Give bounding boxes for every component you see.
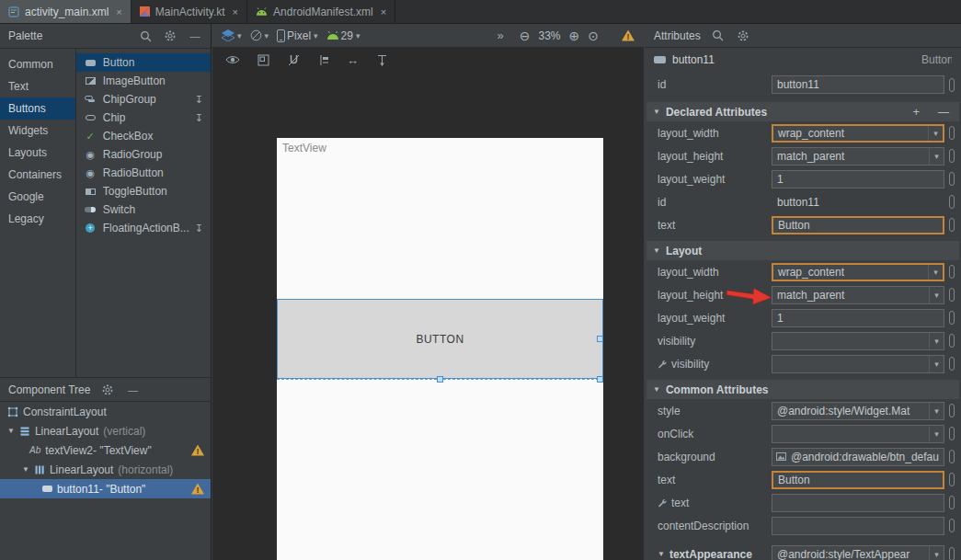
add-attribute-icon[interactable]: + [912,105,920,119]
attr-flag-toggle[interactable] [949,334,955,348]
visibility-dropdown[interactable] [772,332,944,350]
zoom-to-fit-icon[interactable]: ⊙ [588,29,599,42]
palette-item-floatingactionbutton[interactable]: + FloatingActionB... ↧ [76,219,211,237]
attr-flag-toggle[interactable] [949,473,955,486]
resize-handle-bottom-center[interactable] [437,376,443,383]
collapse-arrow-icon[interactable]: ▼ [653,108,660,116]
attr-flag-toggle[interactable] [949,218,955,232]
id-value[interactable]: button11 [772,193,944,211]
layout-weight-input[interactable]: 1 [772,309,944,327]
layout-width-dropdown[interactable]: wrap_content [772,263,944,281]
id-input[interactable]: button11 [772,75,944,94]
attr-flag-toggle[interactable] [949,404,955,417]
layout-height-dropdown[interactable]: match_parent [772,286,944,304]
warning-icon[interactable] [191,484,204,495]
collapse-arrow-icon[interactable]: ▼ [653,385,660,394]
tab-mainactivity-kt[interactable]: MainActivity.kt × [132,0,247,23]
download-icon[interactable]: ↧ [195,94,203,106]
palette-item-switch[interactable]: Switch [76,200,211,219]
toolbar-overflow-chevrons[interactable]: » [498,29,504,42]
layout-weight-input[interactable]: 1 [772,170,944,189]
tools-text-input[interactable] [772,494,944,512]
attr-flag-toggle[interactable] [949,78,955,92]
gear-icon[interactable] [100,383,115,397]
search-icon[interactable] [711,29,726,43]
category-common[interactable]: Common [0,53,75,75]
collapse-arrow-icon[interactable]: ▼ [658,550,665,558]
attr-flag-toggle[interactable] [949,547,955,560]
attr-flag-toggle[interactable] [949,172,955,186]
warning-icon[interactable] [622,30,635,41]
text-input[interactable]: Button [772,216,944,234]
button-widget-selected[interactable]: BUTTON [277,299,603,379]
attr-flag-toggle[interactable] [949,195,955,209]
attr-flag-toggle[interactable] [949,311,955,325]
device-selector[interactable]: Pixel ▾ [277,29,318,42]
textappearance-dropdown[interactable]: @android:style/TextAppear [772,545,944,560]
background-input[interactable]: @android:drawable/btn_defau [772,448,944,466]
autoconnect-magnet-icon[interactable] [286,52,301,67]
view-options-eye-icon[interactable] [225,52,240,67]
attr-flag-toggle[interactable] [949,427,955,440]
infer-constraints-icon[interactable] [374,52,389,67]
surface-selector[interactable]: ▾ [250,29,269,41]
resize-handle-bottom-right[interactable] [597,376,603,383]
attr-flag-toggle[interactable] [949,450,955,463]
tree-item-textview2[interactable]: Ab textView2- "TextView" [0,440,211,460]
device-screen[interactable]: TextView BUTTON [277,138,603,560]
text-input[interactable]: Button [772,471,944,489]
hide-panel-icon[interactable]: — [125,383,140,397]
attr-flag-toggle[interactable] [949,357,955,371]
contentdescription-input[interactable] [772,517,944,535]
search-icon[interactable] [138,29,153,43]
clear-constraints-icon[interactable]: ↔ [347,53,359,67]
design-mode-selector[interactable]: ▾ [222,29,242,41]
zoom-out-icon[interactable]: ⊖ [520,29,531,42]
attr-flag-toggle[interactable] [949,126,955,140]
tools-visibility-dropdown[interactable] [772,355,944,373]
hide-panel-icon[interactable]: — [188,29,202,43]
section-layout[interactable]: ▼ Layout [646,241,959,260]
style-dropdown[interactable]: @android:style/Widget.Mat [772,402,944,420]
api-level-selector[interactable]: 29 ▾ [326,29,360,42]
attr-flag-toggle[interactable] [949,496,955,509]
tree-item-button11[interactable]: button11- "Button" [0,479,211,498]
palette-item-togglebutton[interactable]: ToggleButton [76,182,211,200]
textview-widget[interactable]: TextView [282,142,326,154]
palette-item-radiogroup[interactable]: ◉ RadioGroup [76,145,211,164]
download-icon[interactable]: ↧ [195,112,203,124]
palette-item-radiobutton[interactable]: ◉ RadioButton [76,164,211,182]
palette-item-imagebutton[interactable]: ImageButton [76,72,211,90]
tree-item-constraintlayout[interactable]: ConstraintLayout [0,402,211,421]
tab-activity-main-xml[interactable]: activity_main.xml × [0,0,132,23]
warning-icon[interactable] [191,445,204,456]
tree-item-linearlayout-vertical[interactable]: ▼ LinearLayout(vertical) [0,421,211,440]
layout-height-dropdown[interactable]: match_parent [772,147,944,166]
close-icon[interactable]: × [381,6,386,17]
default-margins-icon[interactable] [316,52,331,67]
download-icon[interactable]: ↧ [195,223,203,234]
remove-attribute-icon[interactable]: — [938,106,949,119]
category-layouts[interactable]: Layouts [0,142,75,164]
onclick-dropdown[interactable] [772,425,944,443]
section-common-attributes[interactable]: ▼ Common Attributes [646,380,959,399]
collapse-arrow-icon[interactable]: ▼ [653,246,660,255]
close-icon[interactable]: × [116,6,121,17]
tree-item-linearlayout-horizontal[interactable]: ▼ LinearLayout(horizontal) [0,460,211,479]
layout-width-dropdown[interactable]: wrap_content [772,124,944,143]
category-legacy[interactable]: Legacy [0,208,75,230]
zoom-in-icon[interactable]: ⊕ [569,29,580,42]
palette-item-checkbox[interactable]: ✓ CheckBox [76,127,211,145]
close-icon[interactable]: × [233,6,238,17]
palette-item-chipgroup[interactable]: ChipGroup ↧ [76,90,211,109]
tab-androidmanifest-xml[interactable]: AndroidManifest.xml × [247,0,395,23]
palette-item-chip[interactable]: Chip ↧ [76,109,211,127]
category-text[interactable]: Text [0,75,75,97]
blueprint-frame-icon[interactable] [256,52,270,67]
attr-flag-toggle[interactable] [949,288,955,302]
category-widgets[interactable]: Widgets [0,120,75,142]
resize-handle-right-center[interactable] [597,336,603,342]
palette-item-button[interactable]: Button [76,53,211,72]
attr-flag-toggle[interactable] [949,519,955,532]
gear-icon[interactable] [736,29,750,43]
